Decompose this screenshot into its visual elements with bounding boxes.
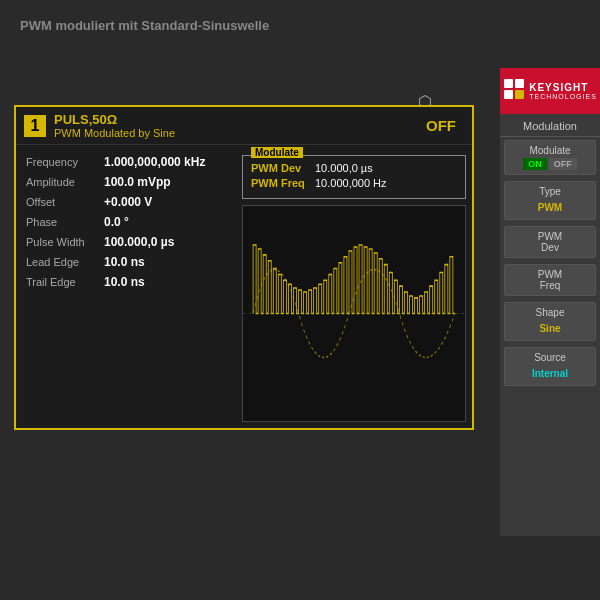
trail-edge-value: 10.0 ns xyxy=(104,275,145,289)
frequency-value: 1.000,000,000 kHz xyxy=(104,155,205,169)
on-button[interactable]: ON xyxy=(523,158,547,170)
pwm-dev-val: 10.000,0 µs xyxy=(315,162,373,174)
pwm-dev-row: PWM Dev 10.000,0 µs xyxy=(251,162,457,174)
main-panel: 1 PULS,50Ω PWM Modulated by Sine OFF Fre… xyxy=(14,105,474,430)
amplitude-value: 100.0 mVpp xyxy=(104,175,171,189)
frequency-label: Frequency xyxy=(26,156,98,168)
pulse-width-row: Pulse Width 100.000,0 µs xyxy=(26,235,226,249)
svg-rect-5 xyxy=(515,90,524,99)
trail-edge-row: Trail Edge 10.0 ns xyxy=(26,275,226,289)
modulate-button-label: Modulate xyxy=(507,145,593,156)
pulse-width-label: Pulse Width xyxy=(26,236,98,248)
channel-number: 1 xyxy=(24,115,46,137)
modulate-box: Modulate PWM Dev 10.000,0 µs PWM Freq 10… xyxy=(242,155,466,199)
type-value: PWM xyxy=(538,202,562,213)
waveform-svg xyxy=(243,206,465,421)
svg-rect-3 xyxy=(515,79,524,88)
keysight-sub: TECHNOLOGIES xyxy=(529,93,597,100)
lead-edge-label: Lead Edge xyxy=(26,256,98,268)
lead-edge-value: 10.0 ns xyxy=(104,255,145,269)
pwm-dev-button[interactable]: PWM Dev xyxy=(504,226,596,258)
offset-label: Offset xyxy=(26,196,98,208)
type-label: Type xyxy=(507,186,593,197)
pwm-freq-button[interactable]: PWM Freq xyxy=(504,264,596,296)
params-right: Modulate PWM Dev 10.000,0 µs PWM Freq 10… xyxy=(236,145,472,428)
svg-rect-4 xyxy=(504,90,513,99)
channel-name: PULS,50Ω xyxy=(54,112,426,127)
phase-label: Phase xyxy=(26,216,98,228)
pulse-width-value: 100.000,0 µs xyxy=(104,235,174,249)
shape-button[interactable]: Shape Sine xyxy=(504,302,596,341)
channel-info: PULS,50Ω PWM Modulated by Sine xyxy=(54,112,426,139)
amplitude-label: Amplitude xyxy=(26,176,98,188)
keysight-header: KEYSIGHT TECHNOLOGIES xyxy=(500,68,600,114)
waveform-display xyxy=(242,205,466,422)
pwm-dev-btn-label: PWM xyxy=(507,231,593,242)
keysight-logo-icon xyxy=(503,78,525,105)
channel-subtitle: PWM Modulated by Sine xyxy=(54,127,426,139)
panel-header: 1 PULS,50Ω PWM Modulated by Sine OFF xyxy=(16,107,472,145)
keysight-text: KEYSIGHT TECHNOLOGIES xyxy=(529,82,597,100)
offset-value: +0.000 V xyxy=(104,195,152,209)
pwm-freq-val: 10.000,000 Hz xyxy=(315,177,387,189)
pwm-dev-btn-sub: Dev xyxy=(507,242,593,253)
off-button[interactable]: OFF xyxy=(549,158,577,170)
phase-row: Phase 0.0 ° xyxy=(26,215,226,229)
pwm-freq-key: PWM Freq xyxy=(251,177,309,189)
sidebar-modulation-label: Modulation xyxy=(500,114,600,137)
channel-status: OFF xyxy=(426,117,456,134)
modulate-label: Modulate xyxy=(251,147,303,158)
frequency-row: Frequency 1.000,000,000 kHz xyxy=(26,155,226,169)
sidebar: KEYSIGHT TECHNOLOGIES Modulation Modulat… xyxy=(500,68,600,536)
pwm-freq-btn-label: PWM xyxy=(507,269,593,280)
offset-row: Offset +0.000 V xyxy=(26,195,226,209)
keysight-brand: KEYSIGHT xyxy=(529,82,588,93)
type-button[interactable]: Type PWM xyxy=(504,181,596,220)
source-button[interactable]: Source Internal xyxy=(504,347,596,386)
shape-value: Sine xyxy=(539,323,560,334)
params-left: Frequency 1.000,000,000 kHz Amplitude 10… xyxy=(16,145,236,428)
source-value: Internal xyxy=(532,368,568,379)
page-background: PWM moduliert mit Standard-Sinuswelle ⬡ … xyxy=(0,0,600,600)
svg-rect-2 xyxy=(504,79,513,88)
shape-label: Shape xyxy=(507,307,593,318)
phase-value: 0.0 ° xyxy=(104,215,129,229)
on-off-row: ON OFF xyxy=(507,158,593,170)
page-title: PWM moduliert mit Standard-Sinuswelle xyxy=(20,18,269,33)
pwm-freq-row: PWM Freq 10.000,000 Hz xyxy=(251,177,457,189)
pwm-freq-btn-sub: Freq xyxy=(507,280,593,291)
lead-edge-row: Lead Edge 10.0 ns xyxy=(26,255,226,269)
source-label: Source xyxy=(507,352,593,363)
pwm-dev-key: PWM Dev xyxy=(251,162,309,174)
amplitude-row: Amplitude 100.0 mVpp xyxy=(26,175,226,189)
panel-body: Frequency 1.000,000,000 kHz Amplitude 10… xyxy=(16,145,472,428)
trail-edge-label: Trail Edge xyxy=(26,276,98,288)
modulate-onoff-button[interactable]: Modulate ON OFF xyxy=(504,140,596,175)
